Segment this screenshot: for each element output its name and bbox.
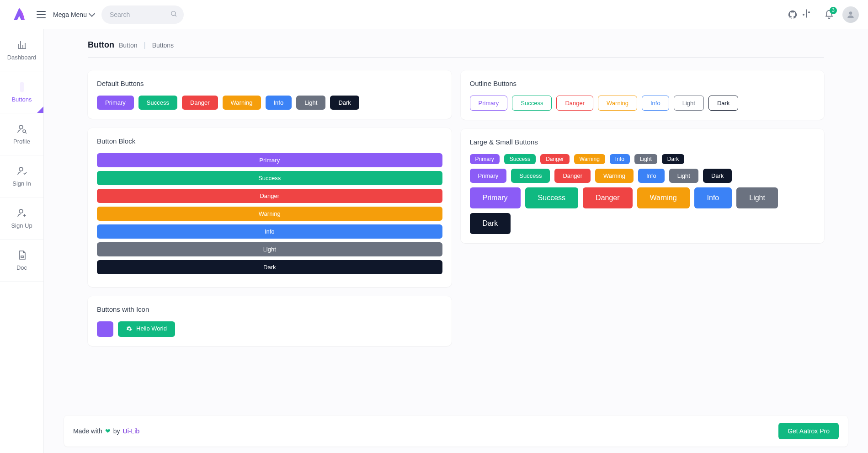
btn-sm-info[interactable]: Info [610, 154, 630, 164]
sidebar-item-label: Buttons [11, 96, 32, 103]
svg-rect-9 [21, 256, 24, 257]
btn-block-danger[interactable]: Danger [97, 189, 442, 203]
btn-block-primary[interactable]: Primary [97, 153, 442, 167]
app-logo[interactable] [9, 5, 29, 25]
svg-point-2 [849, 11, 852, 15]
user-check-icon [16, 165, 27, 176]
btn-md-dark[interactable]: Dark [703, 169, 732, 183]
dice-icon[interactable] [806, 10, 816, 20]
card-buttons-with-icon: Buttons with Icon Hello World [88, 296, 452, 346]
sidebar-item-buttons[interactable]: Buttons [0, 71, 43, 113]
card-title: Outline Buttons [470, 80, 815, 87]
sidebar-item-label: Sign In [12, 180, 31, 187]
sidebar-item-label: Profile [13, 138, 30, 145]
svg-line-1 [175, 15, 176, 16]
github-icon[interactable] [788, 10, 798, 20]
btn-primary[interactable]: Primary [97, 96, 134, 110]
breadcrumb: Button Button | Buttons [88, 40, 824, 58]
btn-sm-warning[interactable]: Warning [574, 154, 605, 164]
btn-dark[interactable]: Dark [330, 96, 359, 110]
btn-info[interactable]: Info [266, 96, 292, 110]
bell-icon[interactable]: 3 [824, 10, 834, 20]
btn-outline-primary[interactable]: Primary [470, 96, 508, 111]
btn-lg-danger[interactable]: Danger [583, 187, 632, 208]
svg-point-7 [19, 167, 23, 171]
btn-lg-info[interactable]: Info [694, 187, 732, 208]
menu-toggle-icon[interactable] [37, 11, 46, 18]
btn-lg-dark[interactable]: Dark [470, 213, 511, 234]
btn-block-dark[interactable]: Dark [97, 260, 442, 274]
btn-icon-only[interactable] [97, 321, 113, 337]
crumb-separator: | [144, 41, 145, 49]
btn-icon-label[interactable]: Hello World [118, 321, 175, 337]
card-title: Button Block [97, 137, 442, 145]
mega-menu-label: Mega Menu [53, 11, 87, 18]
btn-label: Hello World [136, 325, 167, 332]
sidebar-item-label: Dashboard [7, 54, 37, 61]
crumb-parent[interactable]: Button [119, 42, 137, 49]
avatar[interactable] [842, 6, 859, 23]
btn-outline-danger[interactable]: Danger [556, 96, 593, 111]
card-outline-buttons: Outline Buttons Primary Success Danger W… [461, 70, 825, 120]
btn-outline-success[interactable]: Success [512, 96, 552, 111]
card-size-buttons: Large & Small Buttons Primary Success Da… [461, 129, 825, 243]
svg-point-8 [19, 209, 23, 213]
user-plus-icon [16, 208, 27, 219]
btn-warning[interactable]: Warning [223, 96, 261, 110]
btn-md-success[interactable]: Success [511, 169, 550, 183]
card-default-buttons: Default Buttons Primary Success Danger W… [88, 70, 452, 119]
btn-sm-success[interactable]: Success [504, 154, 536, 164]
btn-sm-dark[interactable]: Dark [662, 154, 684, 164]
btn-lg-success[interactable]: Success [525, 187, 578, 208]
btn-md-danger[interactable]: Danger [554, 169, 591, 183]
sidebar-item-label: Sign Up [11, 222, 32, 229]
btn-sm-primary[interactable]: Primary [470, 154, 500, 164]
card-title: Default Buttons [97, 80, 442, 87]
btn-md-warning[interactable]: Warning [595, 169, 634, 183]
btn-block-info[interactable]: Info [97, 224, 442, 239]
btn-lg-primary[interactable]: Primary [470, 187, 521, 208]
btn-lg-light[interactable]: Light [736, 187, 778, 208]
crumb-current: Buttons [152, 42, 174, 49]
card-title: Large & Small Buttons [470, 138, 815, 146]
btn-sm-light[interactable]: Light [634, 154, 657, 164]
btn-outline-warning[interactable]: Warning [598, 96, 637, 111]
svg-point-0 [171, 11, 176, 15]
btn-md-primary[interactable]: Primary [470, 169, 507, 183]
btn-light[interactable]: Light [296, 96, 325, 110]
btn-success[interactable]: Success [138, 96, 177, 110]
btn-lg-warning[interactable]: Warning [637, 187, 690, 208]
btn-outline-info[interactable]: Info [642, 96, 669, 111]
mega-menu-trigger[interactable]: Mega Menu [53, 11, 94, 18]
btn-md-light[interactable]: Light [669, 169, 698, 183]
document-icon [16, 250, 27, 261]
btn-block-light[interactable]: Light [97, 242, 442, 256]
page-title: Button [88, 40, 114, 50]
sidebar-item-profile[interactable]: Profile [0, 113, 43, 155]
btn-md-info[interactable]: Info [638, 169, 665, 183]
sidebar-item-dashboard[interactable]: Dashboard [0, 29, 43, 71]
btn-outline-light[interactable]: Light [674, 96, 704, 111]
btn-sm-danger[interactable]: Danger [540, 154, 569, 164]
card-title: Buttons with Icon [97, 305, 442, 313]
sidebar-item-doc[interactable]: Doc [0, 240, 43, 282]
svg-point-6 [23, 130, 26, 133]
gear-icon [126, 325, 133, 332]
btn-block-success[interactable]: Success [97, 171, 442, 185]
btn-danger[interactable]: Danger [182, 96, 218, 110]
notification-badge: 3 [830, 7, 837, 14]
sidebar-item-signin[interactable]: Sign In [0, 155, 43, 197]
sidebar-item-signup[interactable]: Sign Up [0, 197, 43, 240]
chart-icon [16, 39, 27, 50]
btn-outline-dark[interactable]: Dark [708, 96, 738, 111]
search-icon [170, 10, 177, 19]
btn-block-warning[interactable]: Warning [97, 207, 442, 221]
svg-point-5 [19, 125, 23, 129]
user-search-icon [16, 123, 27, 134]
chevron-down-icon [89, 10, 95, 16]
card-button-block: Button Block Primary Success Danger Warn… [88, 128, 452, 287]
sidebar-item-label: Doc [16, 264, 27, 271]
